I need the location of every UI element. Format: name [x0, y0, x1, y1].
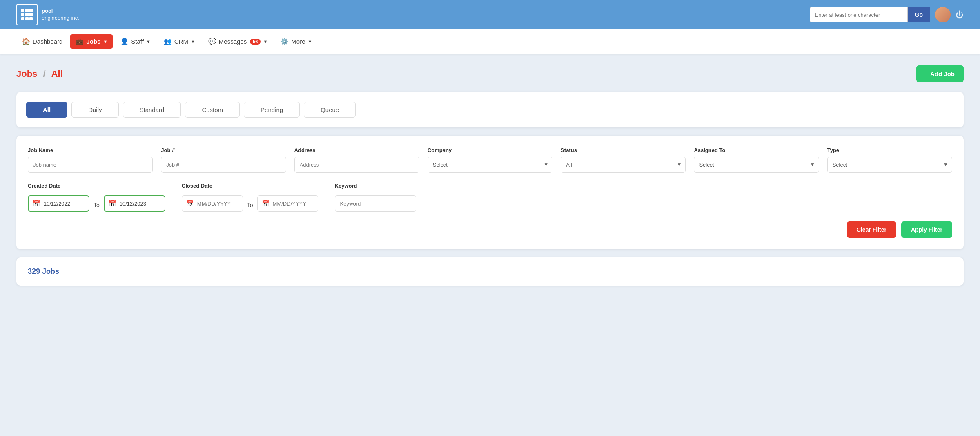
- closed-date-from-input-wrapper[interactable]: 📅: [182, 195, 243, 212]
- messages-icon: 💬: [208, 38, 216, 45]
- created-date-from-input[interactable]: [44, 201, 85, 207]
- filter-address-label: Address: [294, 147, 419, 153]
- nav-bar: 🏠 Dashboard 💼 Jobs ▼ 👤 Staff ▼ 👥 CRM ▼ 💬…: [0, 29, 980, 54]
- created-date-to-wrapper: 📅: [104, 195, 165, 212]
- status-select[interactable]: All: [561, 157, 686, 173]
- logo-grid: [21, 9, 33, 20]
- search-input[interactable]: [810, 7, 908, 22]
- address-input[interactable]: [294, 157, 419, 173]
- job-number-input[interactable]: [161, 157, 286, 173]
- filter-actions: Clear Filter Apply Filter: [28, 221, 952, 238]
- filter-address: Address: [294, 147, 419, 173]
- nav-label-staff: Staff: [131, 38, 144, 45]
- created-date-from-input-wrapper[interactable]: 📅: [28, 195, 89, 212]
- nav-item-staff[interactable]: 👤 Staff ▼: [115, 34, 156, 49]
- filter-status-label: Status: [561, 147, 686, 153]
- closed-date-to-input[interactable]: [273, 201, 314, 207]
- created-date-to-input-wrapper[interactable]: 📅: [104, 195, 165, 212]
- created-date-from-wrapper: Created Date 📅: [28, 183, 89, 212]
- tab-all[interactable]: All: [26, 102, 67, 118]
- filter-company: Company Select ▼: [428, 147, 552, 173]
- filter-job-number: Job #: [161, 147, 286, 173]
- closed-date-group: Closed Date 📅 To 📅: [182, 183, 318, 212]
- filter-status: Status All ▼: [561, 147, 686, 173]
- logo-box: [16, 4, 38, 25]
- created-date-group: Created Date 📅 To 📅: [28, 183, 165, 212]
- status-select-wrapper: All ▼: [561, 157, 686, 173]
- created-date-to-input[interactable]: [120, 201, 160, 207]
- breadcrumb-separator: /: [43, 69, 48, 79]
- crm-icon: 👥: [164, 38, 172, 45]
- nav-item-jobs[interactable]: 💼 Jobs ▼: [70, 34, 113, 49]
- calendar-icon-created-to: 📅: [109, 200, 116, 207]
- avatar[interactable]: [935, 7, 951, 22]
- closed-date-label: Closed Date: [182, 183, 243, 189]
- filter-company-label: Company: [428, 147, 552, 153]
- apply-filter-button[interactable]: Apply Filter: [901, 221, 952, 238]
- keyword-input[interactable]: [335, 195, 416, 212]
- tab-pending[interactable]: Pending: [244, 102, 300, 118]
- tab-standard[interactable]: Standard: [123, 102, 181, 118]
- avatar-image: [935, 7, 951, 22]
- messages-badge: 56: [250, 39, 261, 45]
- breadcrumb-current: All: [51, 69, 63, 79]
- filter-assigned-to-label: Assigned To: [694, 147, 819, 153]
- nav-item-more[interactable]: ⚙️ More ▼: [275, 34, 318, 49]
- logo-area: pool engineering inc.: [16, 4, 79, 25]
- nav-item-messages[interactable]: 💬 Messages 56 ▼: [203, 34, 274, 49]
- nav-item-dashboard[interactable]: 🏠 Dashboard: [16, 34, 68, 49]
- power-icon[interactable]: ⏻: [956, 10, 964, 20]
- closed-date-to-wrapper: 📅: [257, 195, 318, 212]
- closed-date-from-wrapper: Closed Date 📅: [182, 183, 243, 212]
- jobs-count-card: 329 Jobs: [16, 257, 964, 286]
- add-job-button[interactable]: + Add Job: [916, 65, 964, 82]
- header: pool engineering inc. Go ⏻: [0, 0, 980, 29]
- home-icon: 🏠: [22, 38, 30, 45]
- more-icon: ⚙️: [281, 38, 289, 45]
- crm-arrow-icon: ▼: [191, 39, 195, 44]
- nav-label-dashboard: Dashboard: [33, 38, 62, 45]
- type-select-wrapper: Select ▼: [827, 157, 952, 173]
- header-right: Go ⏻: [810, 7, 964, 22]
- jobs-arrow-icon: ▼: [103, 39, 107, 44]
- logo-text: pool engineering inc.: [42, 8, 79, 22]
- breadcrumb: Jobs / All: [16, 69, 63, 79]
- nav-label-messages: Messages: [219, 38, 247, 45]
- filter-job-name-label: Job Name: [28, 147, 153, 153]
- tab-custom[interactable]: Custom: [185, 102, 240, 118]
- nav-label-jobs: Jobs: [86, 38, 100, 45]
- tab-queue[interactable]: Queue: [304, 102, 356, 118]
- filter-card: Job Name Job # Address Company Select ▼: [16, 136, 964, 249]
- tabs-card: All Daily Standard Custom Pending Queue: [16, 92, 964, 127]
- clear-filter-button[interactable]: Clear Filter: [847, 221, 896, 238]
- go-button[interactable]: Go: [908, 7, 930, 22]
- jobs-icon: 💼: [76, 38, 84, 45]
- closed-date-to-label: To: [247, 202, 253, 208]
- filter-type-label: Type: [827, 147, 952, 153]
- closed-date-from-input[interactable]: [197, 201, 238, 207]
- calendar-icon-created-from: 📅: [33, 200, 40, 207]
- nav-item-crm[interactable]: 👥 CRM ▼: [158, 34, 201, 49]
- type-select[interactable]: Select: [827, 157, 952, 173]
- tab-daily[interactable]: Daily: [71, 102, 118, 118]
- filter-row-2: Created Date 📅 To 📅 Closed D: [28, 183, 952, 212]
- assigned-to-select-wrapper: Select ▼: [694, 157, 819, 173]
- breadcrumb-parent[interactable]: Jobs: [16, 69, 37, 79]
- staff-icon: 👤: [120, 38, 129, 45]
- created-date-to-label: To: [94, 202, 100, 208]
- filter-type: Type Select ▼: [827, 147, 952, 173]
- filter-job-number-label: Job #: [161, 147, 286, 153]
- company-select[interactable]: Select: [428, 157, 552, 173]
- more-arrow-icon: ▼: [308, 39, 312, 44]
- search-box: Go: [810, 7, 930, 22]
- closed-date-to-input-wrapper[interactable]: 📅: [257, 195, 318, 212]
- staff-arrow-icon: ▼: [146, 39, 151, 44]
- tabs-container: All Daily Standard Custom Pending Queue: [26, 102, 954, 118]
- nav-label-more: More: [291, 38, 305, 45]
- filter-assigned-to: Assigned To Select ▼: [694, 147, 819, 173]
- assigned-to-select[interactable]: Select: [694, 157, 819, 173]
- company-select-wrapper: Select ▼: [428, 157, 552, 173]
- messages-arrow-icon: ▼: [263, 39, 267, 44]
- created-date-label: Created Date: [28, 183, 89, 189]
- job-name-input[interactable]: [28, 157, 153, 173]
